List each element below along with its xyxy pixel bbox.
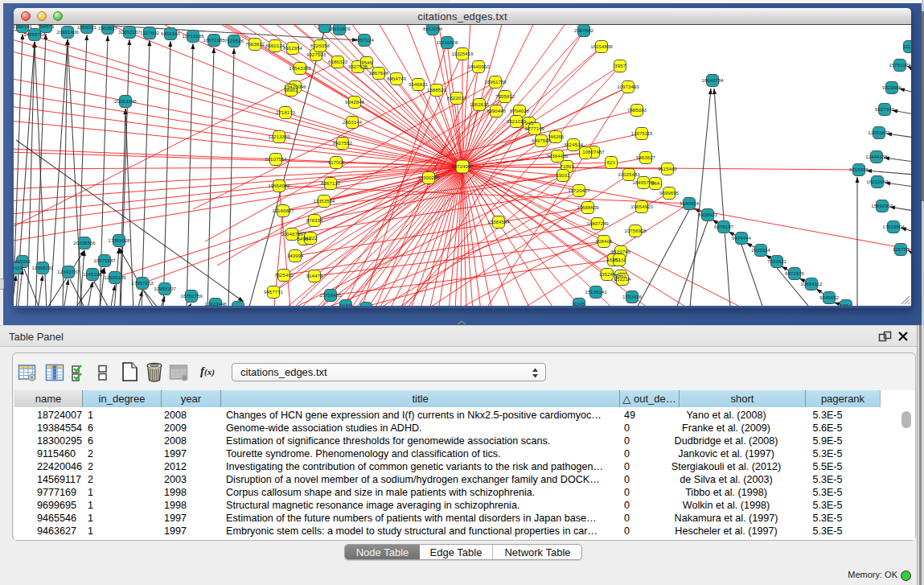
svg-text:10653267: 10653267 <box>118 29 141 35</box>
svg-text:16782759: 16782759 <box>180 293 203 299</box>
svg-text:9156: 9156 <box>340 303 351 306</box>
svg-text:11353594: 11353594 <box>313 198 335 204</box>
svg-text:8990448: 8990448 <box>487 108 507 113</box>
svg-text:20053346: 20053346 <box>114 98 137 104</box>
svg-text:1733426: 1733426 <box>622 294 643 299</box>
svg-text:794571: 794571 <box>38 25 55 29</box>
svg-text:11568291: 11568291 <box>31 265 54 270</box>
svg-text:9242848: 9242848 <box>345 99 365 105</box>
svg-text:252214: 252214 <box>614 276 631 282</box>
svg-text:15384594: 15384594 <box>487 219 510 225</box>
svg-text:917006: 917006 <box>328 159 345 165</box>
svg-text:9245652: 9245652 <box>819 295 840 300</box>
svg-text:10973493: 10973493 <box>617 84 639 89</box>
svg-text:908406: 908406 <box>596 238 613 244</box>
svg-text:18300295: 18300295 <box>417 175 440 180</box>
svg-text:9120746: 9120746 <box>611 249 631 254</box>
svg-text:20691406: 20691406 <box>56 29 79 35</box>
svg-text:1859221: 1859221 <box>77 25 97 30</box>
svg-text:16543382: 16543382 <box>289 65 311 71</box>
svg-text:10756928: 10756928 <box>624 228 647 233</box>
svg-text:9777169: 9777169 <box>525 126 545 131</box>
svg-text:1588520: 1588520 <box>427 87 447 93</box>
svg-text:9115460: 9115460 <box>658 166 677 171</box>
svg-text:17957253: 17957253 <box>131 280 154 286</box>
svg-text:8813054: 8813054 <box>423 26 443 31</box>
svg-text:18724007: 18724007 <box>451 163 474 169</box>
svg-text:19654982: 19654982 <box>268 183 290 188</box>
svg-text:14055714: 14055714 <box>23 31 46 37</box>
svg-text:8322037: 8322037 <box>447 95 467 101</box>
svg-text:7485003: 7485003 <box>627 107 647 113</box>
svg-text:15720407: 15720407 <box>568 187 590 193</box>
svg-text:8660124: 8660124 <box>265 43 285 48</box>
svg-text:9699695: 9699695 <box>659 190 680 196</box>
svg-text:7663822: 7663822 <box>245 41 265 47</box>
svg-text:17359928: 17359928 <box>108 237 130 243</box>
svg-text:15751074: 15751074 <box>889 62 911 68</box>
svg-text:10654112: 10654112 <box>800 281 823 286</box>
svg-text:19166827: 19166827 <box>272 208 294 213</box>
svg-text:16154838: 16154838 <box>590 43 613 49</box>
svg-text:10975887: 10975887 <box>93 257 116 263</box>
svg-text:8226058: 8226058 <box>310 43 331 48</box>
svg-text:91222: 91222 <box>303 235 318 241</box>
svg-text:18807249: 18807249 <box>586 220 609 226</box>
svg-text:1145190: 1145190 <box>83 271 102 277</box>
svg-text:9474444: 9474444 <box>732 235 752 241</box>
svg-text:9227343: 9227343 <box>875 106 895 112</box>
svg-text:9327503: 9327503 <box>306 51 326 57</box>
svg-text:2718170: 2718170 <box>276 109 296 115</box>
svg-text:1527602: 1527602 <box>140 30 160 35</box>
svg-text:8186323: 8186323 <box>328 59 348 64</box>
svg-text:8267130: 8267130 <box>321 180 341 186</box>
svg-text:3624534: 3624534 <box>564 142 584 147</box>
svg-text:39119: 39119 <box>14 265 23 270</box>
svg-text:98901: 98901 <box>284 87 298 93</box>
svg-text:746266: 746266 <box>548 134 565 139</box>
svg-text:15692901: 15692901 <box>871 203 893 208</box>
svg-text:16671385: 16671385 <box>203 37 225 43</box>
svg-text:8938923: 8938923 <box>698 212 718 217</box>
svg-text:2803144: 2803144 <box>343 119 363 125</box>
svg-text:621: 621 <box>607 159 616 165</box>
svg-text:3957: 3957 <box>614 63 626 68</box>
svg-text:6879197: 6879197 <box>714 224 734 229</box>
svg-text:17016504: 17016504 <box>882 224 905 229</box>
svg-text:7625402: 7625402 <box>274 272 294 278</box>
svg-text:2867608: 2867608 <box>369 70 389 76</box>
svg-text:8454749: 8454749 <box>387 76 407 81</box>
svg-text:19654923: 19654923 <box>630 204 653 209</box>
svg-text:19218506: 19218506 <box>436 39 458 45</box>
svg-text:2087682: 2087682 <box>574 27 594 33</box>
svg-text:8427552: 8427552 <box>333 140 353 146</box>
svg-text:829: 829 <box>234 304 243 306</box>
svg-text:20206556: 20206556 <box>73 240 96 245</box>
svg-text:6794028: 6794028 <box>510 108 530 113</box>
svg-text:7515526: 7515526 <box>224 38 244 43</box>
svg-text:2266141: 2266141 <box>14 25 33 29</box>
svg-text:1621022: 1621022 <box>507 118 527 124</box>
svg-text:12213369: 12213369 <box>268 134 290 139</box>
svg-text:12093872: 12093872 <box>868 130 890 135</box>
svg-text:9146821: 9146821 <box>409 81 429 87</box>
svg-text:9457771: 9457771 <box>264 289 284 295</box>
svg-text:7955812: 7955812 <box>495 93 515 99</box>
svg-text:16210643: 16210643 <box>866 179 889 184</box>
svg-text:1640954: 1640954 <box>680 200 700 206</box>
svg-text:18640910: 18640910 <box>467 64 490 69</box>
svg-text:878334: 878334 <box>306 217 323 223</box>
svg-text:12505135: 12505135 <box>104 274 126 280</box>
svg-text:9463627: 9463627 <box>636 154 656 160</box>
svg-text:19031: 19031 <box>556 172 570 178</box>
svg-text:10107554: 10107554 <box>265 156 287 162</box>
svg-text:16961758: 16961758 <box>484 79 507 84</box>
svg-text:914479: 914479 <box>306 273 323 278</box>
svg-text:10807487: 10807487 <box>582 149 605 154</box>
svg-text:9546: 9546 <box>361 60 372 65</box>
svg-text:12923448: 12923448 <box>204 301 227 306</box>
svg-text:12975115: 12975115 <box>630 130 653 136</box>
svg-text:15136141: 15136141 <box>585 289 607 295</box>
svg-text:964: 964 <box>651 180 660 186</box>
svg-text:20364436: 20364436 <box>546 153 569 159</box>
